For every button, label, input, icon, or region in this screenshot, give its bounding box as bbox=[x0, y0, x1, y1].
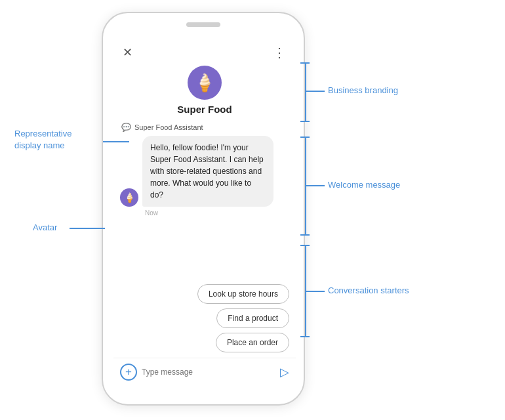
welcome-bubble: Hello, fellow foodie! I'm your Super Foo… bbox=[142, 136, 273, 207]
starters-section: Look up store hours Find a product Place… bbox=[113, 282, 296, 358]
message-timestamp: Now bbox=[145, 209, 289, 217]
ann-welcome-top-tick bbox=[300, 136, 310, 138]
ann-branding-label-line bbox=[305, 91, 325, 92]
ann-branding-text: Business branding bbox=[328, 85, 398, 95]
message-row: 🍦 Hello, fellow foodie! I'm your Super F… bbox=[120, 136, 289, 207]
phone-speaker bbox=[186, 22, 220, 27]
brand-name: Super Food bbox=[177, 104, 232, 115]
ann-starters-bot-tick bbox=[300, 336, 310, 337]
starter-place-order[interactable]: Place an order bbox=[216, 333, 289, 352]
brand-logo-emoji: 🍦 bbox=[194, 73, 215, 93]
ann-welcome-label-line bbox=[305, 185, 325, 186]
ann-starters-top-tick bbox=[300, 245, 310, 246]
scene: ✕ ⋮ 🍦 Super Food 💬 Super Food Assistant bbox=[0, 0, 505, 420]
avatar-emoji: 🍦 bbox=[124, 192, 135, 203]
more-button[interactable]: ⋮ bbox=[273, 45, 287, 60]
ann-starters-label-line bbox=[305, 291, 325, 292]
add-button[interactable]: + bbox=[120, 364, 137, 381]
starter-find-product[interactable]: Find a product bbox=[216, 308, 289, 328]
ann-rep-label: Representative display name bbox=[14, 128, 71, 152]
chat-area: 💬 Super Food Assistant 🍦 Hello, fellow f… bbox=[113, 120, 296, 282]
ann-branding-vline bbox=[305, 62, 306, 121]
send-button[interactable]: ▷ bbox=[280, 365, 289, 379]
input-bar: + ▷ bbox=[113, 358, 296, 386]
ann-welcome-text: Welcome message bbox=[328, 180, 400, 190]
message-input[interactable] bbox=[142, 368, 275, 377]
branding-section: 🍦 Super Food bbox=[113, 63, 296, 120]
ann-avatar-text: Avatar bbox=[33, 222, 57, 232]
ann-avatar-label: Avatar bbox=[33, 221, 57, 233]
rep-label-text: Super Food Assistant bbox=[134, 123, 203, 131]
starter-look-up-store-hours[interactable]: Look up store hours bbox=[197, 284, 289, 304]
ann-branding-bot-tick bbox=[300, 121, 310, 122]
screen: ✕ ⋮ 🍦 Super Food 💬 Super Food Assistant bbox=[113, 38, 296, 386]
ann-starters-text: Conversation starters bbox=[328, 285, 409, 295]
close-button[interactable]: ✕ bbox=[123, 45, 132, 60]
rep-label-row: 💬 Super Food Assistant bbox=[120, 123, 289, 132]
avatar-small: 🍦 bbox=[120, 188, 138, 207]
ann-branding-top-tick bbox=[300, 62, 310, 64]
ann-rep-text: Representative display name bbox=[14, 128, 71, 152]
top-bar: ✕ ⋮ bbox=[113, 38, 296, 63]
rep-icon: 💬 bbox=[121, 123, 131, 132]
ann-welcome-bot-tick bbox=[300, 234, 310, 236]
brand-logo: 🍦 bbox=[188, 66, 222, 100]
phone-shell: ✕ ⋮ 🍦 Super Food 💬 Super Food Assistant bbox=[102, 12, 305, 406]
